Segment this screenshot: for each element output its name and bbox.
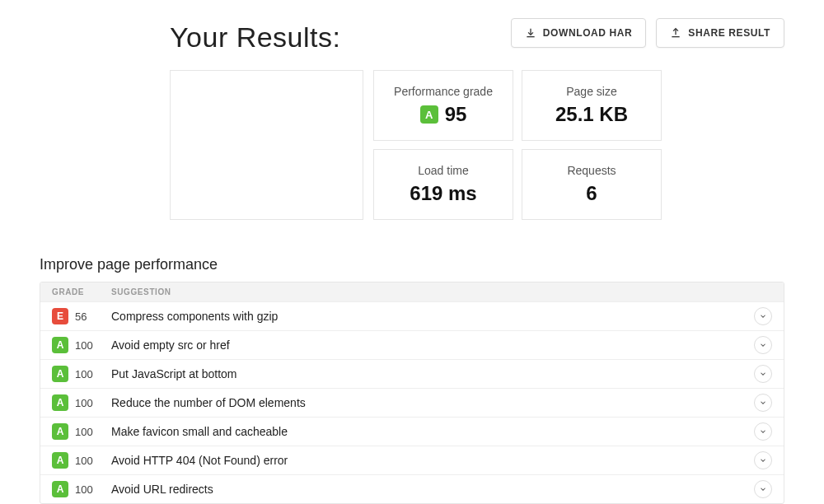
download-icon [525, 27, 536, 39]
cell-suggestion: Avoid URL redirects [111, 483, 754, 496]
cell-grade: A100 [52, 337, 111, 353]
grade-badge: A [52, 481, 68, 497]
cell-suggestion: Put JavaScript at bottom [111, 367, 754, 380]
chevron-down-icon [759, 456, 767, 464]
download-har-button[interactable]: DOWNLOAD HAR [511, 18, 647, 48]
cell-grade: A100 [52, 394, 111, 411]
expand-button[interactable] [754, 480, 772, 498]
table-row[interactable]: A100Put JavaScript at bottom [40, 359, 784, 388]
metric-value: 619 ms [410, 182, 476, 205]
grade-badge: A [52, 423, 68, 440]
grade-badge: E [52, 308, 68, 324]
section-heading: Improve page performance [40, 256, 784, 273]
cell-grade: A100 [52, 423, 111, 440]
cell-grade: A100 [52, 481, 111, 497]
grade-score: 56 [75, 310, 87, 323]
cell-grade: A100 [52, 366, 111, 382]
expand-button[interactable] [754, 336, 772, 354]
cell-suggestion: Compress components with gzip [111, 310, 754, 323]
chevron-down-icon [759, 312, 767, 320]
metric-label: Page size [566, 85, 616, 98]
grade-badge: A [420, 105, 438, 124]
table-row[interactable]: A100Avoid URL redirects [40, 474, 784, 503]
metric-label: Requests [567, 164, 616, 177]
expand-button[interactable] [754, 422, 772, 441]
metric-requests: Requests 6 [522, 149, 662, 220]
share-icon [670, 27, 681, 39]
metric-value: 6 [586, 182, 597, 205]
share-result-label: SHARE RESULT [688, 27, 770, 39]
metric-load-time: Load time 619 ms [373, 149, 513, 220]
metric-page-size: Page size 25.1 KB [522, 70, 662, 141]
cell-suggestion: Reduce the number of DOM elements [111, 396, 754, 409]
grade-score: 100 [75, 426, 93, 438]
col-header-suggestion: SUGGESTION [111, 287, 772, 296]
grade-score: 100 [75, 483, 93, 496]
table-row[interactable]: A100Reduce the number of DOM elements [40, 388, 784, 417]
grade-badge: A [52, 366, 68, 382]
chevron-down-icon [759, 427, 767, 436]
share-result-button[interactable]: SHARE RESULT [656, 18, 784, 48]
grade-score: 100 [75, 397, 93, 409]
metric-value: 25.1 KB [555, 103, 628, 126]
expand-button[interactable] [754, 307, 772, 325]
suggestions-table: GRADE SUGGESTION E56Compress components … [40, 282, 784, 504]
chevron-down-icon [759, 370, 767, 378]
table-row[interactable]: A100Avoid HTTP 404 (Not Found) error [40, 446, 784, 474]
page-title: Your Results: [170, 15, 340, 54]
grade-badge: A [52, 394, 68, 411]
cell-suggestion: Avoid HTTP 404 (Not Found) error [111, 454, 754, 467]
grade-score: 100 [75, 339, 93, 352]
table-row[interactable]: A100Make favicon small and cacheable [40, 417, 784, 446]
table-row[interactable]: A100Avoid empty src or href [40, 330, 784, 359]
download-har-label: DOWNLOAD HAR [543, 27, 633, 39]
grade-score: 100 [75, 368, 93, 380]
page-screenshot-preview [170, 70, 363, 220]
grade-badge: A [52, 452, 68, 469]
cell-grade: E56 [52, 308, 111, 324]
expand-button[interactable] [754, 365, 772, 383]
table-header: GRADE SUGGESTION [40, 282, 784, 301]
grade-badge: A [52, 337, 68, 353]
cell-suggestion: Avoid empty src or href [111, 338, 754, 352]
grade-score: 100 [75, 455, 93, 467]
metric-label: Load time [418, 164, 468, 177]
metric-performance-grade: Performance grade A 95 [373, 70, 513, 141]
metric-value: 95 [445, 103, 467, 126]
expand-button[interactable] [754, 394, 772, 412]
metric-label: Performance grade [394, 85, 493, 98]
col-header-grade: GRADE [52, 287, 111, 296]
chevron-down-icon [759, 341, 767, 349]
cell-suggestion: Make favicon small and cacheable [111, 425, 754, 438]
chevron-down-icon [759, 399, 767, 407]
chevron-down-icon [759, 485, 767, 493]
table-row[interactable]: E56Compress components with gzip [40, 301, 784, 330]
expand-button[interactable] [754, 451, 772, 469]
cell-grade: A100 [52, 452, 111, 469]
